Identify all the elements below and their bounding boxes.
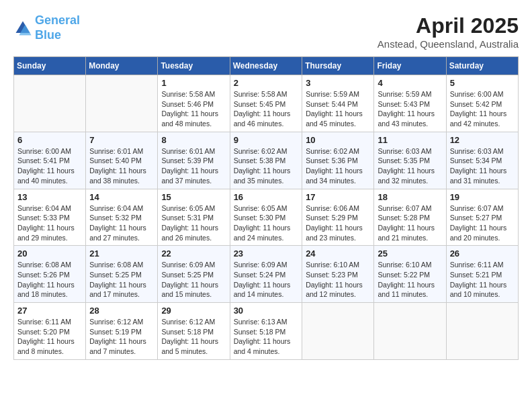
day-number: 12 (450, 135, 515, 145)
calendar-day-cell: 7Sunrise: 6:01 AM Sunset: 5:40 PM Daylig… (86, 132, 158, 189)
day-info: Sunrise: 6:09 AM Sunset: 5:24 PM Dayligh… (234, 260, 299, 300)
day-number: 30 (234, 306, 299, 316)
day-number: 8 (161, 135, 226, 145)
day-of-week-header: Saturday (446, 57, 518, 75)
day-number: 21 (89, 248, 154, 259)
calendar-header: SundayMondayTuesdayWednesdayThursdayFrid… (14, 57, 519, 75)
calendar-day-cell: 14Sunrise: 6:04 AM Sunset: 5:32 PM Dayli… (86, 189, 158, 246)
day-number: 28 (89, 306, 154, 316)
day-info: Sunrise: 6:00 AM Sunset: 5:42 PM Dayligh… (450, 89, 515, 129)
calendar-day-cell: 15Sunrise: 6:05 AM Sunset: 5:31 PM Dayli… (158, 189, 230, 246)
day-info: Sunrise: 6:03 AM Sunset: 5:35 PM Dayligh… (378, 146, 442, 186)
day-number: 5 (450, 78, 515, 88)
day-number: 11 (378, 135, 442, 145)
calendar-body: 1Sunrise: 5:58 AM Sunset: 5:46 PM Daylig… (14, 75, 519, 360)
day-number: 13 (17, 192, 82, 202)
calendar-day-cell: 12Sunrise: 6:03 AM Sunset: 5:34 PM Dayli… (446, 132, 518, 189)
day-number: 27 (17, 306, 82, 316)
day-info: Sunrise: 6:02 AM Sunset: 5:38 PM Dayligh… (234, 146, 299, 186)
day-info: Sunrise: 6:01 AM Sunset: 5:40 PM Dayligh… (89, 146, 154, 186)
calendar-day-cell: 22Sunrise: 6:09 AM Sunset: 5:25 PM Dayli… (158, 246, 230, 303)
calendar-day-cell: 19Sunrise: 6:07 AM Sunset: 5:27 PM Dayli… (446, 189, 518, 246)
day-info: Sunrise: 6:07 AM Sunset: 5:28 PM Dayligh… (378, 203, 442, 243)
day-info: Sunrise: 6:12 AM Sunset: 5:18 PM Dayligh… (161, 317, 226, 357)
day-info: Sunrise: 6:05 AM Sunset: 5:30 PM Dayligh… (234, 203, 299, 243)
title-area: April 2025 Anstead, Queensland, Australi… (378, 13, 519, 50)
day-number: 26 (450, 248, 515, 259)
day-number: 25 (378, 248, 442, 259)
day-of-week-header: Friday (374, 57, 446, 75)
calendar-day-cell (86, 75, 158, 132)
day-number: 3 (306, 78, 370, 88)
calendar-day-cell: 4Sunrise: 5:59 AM Sunset: 5:43 PM Daylig… (374, 75, 446, 132)
calendar-week-row: 6Sunrise: 6:00 AM Sunset: 5:41 PM Daylig… (14, 132, 519, 189)
day-number: 29 (161, 306, 226, 316)
day-info: Sunrise: 6:12 AM Sunset: 5:19 PM Dayligh… (89, 317, 154, 357)
day-number: 9 (234, 135, 299, 145)
day-number: 20 (17, 248, 82, 259)
day-number: 1 (161, 78, 226, 88)
day-number: 18 (378, 192, 442, 202)
calendar-day-cell: 2Sunrise: 5:58 AM Sunset: 5:45 PM Daylig… (230, 75, 302, 132)
day-number: 17 (306, 192, 370, 202)
day-info: Sunrise: 6:08 AM Sunset: 5:25 PM Dayligh… (89, 260, 154, 300)
calendar-day-cell: 21Sunrise: 6:08 AM Sunset: 5:25 PM Dayli… (86, 246, 158, 303)
day-info: Sunrise: 5:59 AM Sunset: 5:43 PM Dayligh… (378, 89, 442, 129)
day-info: Sunrise: 6:13 AM Sunset: 5:18 PM Dayligh… (234, 317, 299, 357)
day-info: Sunrise: 6:02 AM Sunset: 5:36 PM Dayligh… (306, 146, 370, 186)
calendar-day-cell: 8Sunrise: 6:01 AM Sunset: 5:39 PM Daylig… (158, 132, 230, 189)
day-number: 14 (89, 192, 154, 202)
calendar-day-cell: 20Sunrise: 6:08 AM Sunset: 5:26 PM Dayli… (14, 246, 86, 303)
calendar-day-cell: 3Sunrise: 5:59 AM Sunset: 5:44 PM Daylig… (302, 75, 374, 132)
calendar-day-cell: 30Sunrise: 6:13 AM Sunset: 5:18 PM Dayli… (230, 303, 302, 360)
calendar-table: SundayMondayTuesdayWednesdayThursdayFrid… (13, 56, 519, 360)
day-info: Sunrise: 6:01 AM Sunset: 5:39 PM Dayligh… (161, 146, 226, 186)
day-info: Sunrise: 6:04 AM Sunset: 5:32 PM Dayligh… (89, 203, 154, 243)
day-of-week-header: Tuesday (158, 57, 230, 75)
day-of-week-header: Wednesday (230, 57, 302, 75)
calendar-day-cell: 27Sunrise: 6:11 AM Sunset: 5:20 PM Dayli… (14, 303, 86, 360)
day-info: Sunrise: 6:06 AM Sunset: 5:29 PM Dayligh… (306, 203, 370, 243)
day-number: 24 (306, 248, 370, 259)
day-info: Sunrise: 6:04 AM Sunset: 5:33 PM Dayligh… (17, 203, 82, 243)
day-number: 22 (161, 248, 226, 259)
calendar-day-cell: 5Sunrise: 6:00 AM Sunset: 5:42 PM Daylig… (446, 75, 518, 132)
day-info: Sunrise: 6:11 AM Sunset: 5:20 PM Dayligh… (17, 317, 82, 357)
day-number: 16 (234, 192, 299, 202)
day-of-week-header: Thursday (302, 57, 374, 75)
main-title: April 2025 (378, 13, 519, 38)
calendar-day-cell: 18Sunrise: 6:07 AM Sunset: 5:28 PM Dayli… (374, 189, 446, 246)
calendar-day-cell: 1Sunrise: 5:58 AM Sunset: 5:46 PM Daylig… (158, 75, 230, 132)
day-of-week-header: Sunday (14, 57, 86, 75)
calendar-day-cell (374, 303, 446, 360)
day-info: Sunrise: 6:10 AM Sunset: 5:23 PM Dayligh… (306, 260, 370, 300)
day-info: Sunrise: 5:59 AM Sunset: 5:44 PM Dayligh… (306, 89, 370, 129)
calendar-day-cell: 9Sunrise: 6:02 AM Sunset: 5:38 PM Daylig… (230, 132, 302, 189)
calendar-day-cell: 17Sunrise: 6:06 AM Sunset: 5:29 PM Dayli… (302, 189, 374, 246)
day-number: 6 (17, 135, 82, 145)
calendar-week-row: 20Sunrise: 6:08 AM Sunset: 5:26 PM Dayli… (14, 246, 519, 303)
calendar-day-cell: 16Sunrise: 6:05 AM Sunset: 5:30 PM Dayli… (230, 189, 302, 246)
day-info: Sunrise: 6:08 AM Sunset: 5:26 PM Dayligh… (17, 260, 82, 300)
calendar-day-cell (14, 75, 86, 132)
day-info: Sunrise: 6:09 AM Sunset: 5:25 PM Dayligh… (161, 260, 226, 300)
subtitle: Anstead, Queensland, Australia (378, 38, 519, 50)
day-number: 19 (450, 192, 515, 202)
day-info: Sunrise: 5:58 AM Sunset: 5:46 PM Dayligh… (161, 89, 226, 129)
day-info: Sunrise: 6:10 AM Sunset: 5:22 PM Dayligh… (378, 260, 442, 300)
day-number: 7 (89, 135, 154, 145)
day-info: Sunrise: 6:03 AM Sunset: 5:34 PM Dayligh… (450, 146, 515, 186)
day-number: 4 (378, 78, 442, 88)
calendar-day-cell: 26Sunrise: 6:11 AM Sunset: 5:21 PM Dayli… (446, 246, 518, 303)
day-number: 15 (161, 192, 226, 202)
calendar-day-cell: 28Sunrise: 6:12 AM Sunset: 5:19 PM Dayli… (86, 303, 158, 360)
day-info: Sunrise: 6:00 AM Sunset: 5:41 PM Dayligh… (17, 146, 82, 186)
day-info: Sunrise: 6:07 AM Sunset: 5:27 PM Dayligh… (450, 203, 515, 243)
calendar-day-cell: 24Sunrise: 6:10 AM Sunset: 5:23 PM Dayli… (302, 246, 374, 303)
header: General Blue April 2025 Anstead, Queensl… (13, 13, 519, 50)
day-number: 23 (234, 248, 299, 259)
logo-text: General Blue (35, 13, 80, 42)
day-info: Sunrise: 5:58 AM Sunset: 5:45 PM Dayligh… (234, 89, 299, 129)
calendar-day-cell: 6Sunrise: 6:00 AM Sunset: 5:41 PM Daylig… (14, 132, 86, 189)
calendar-day-cell: 23Sunrise: 6:09 AM Sunset: 5:24 PM Dayli… (230, 246, 302, 303)
